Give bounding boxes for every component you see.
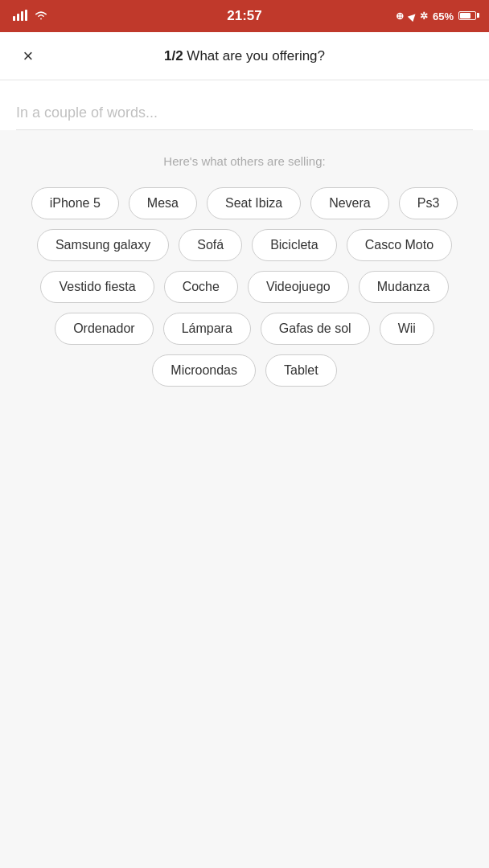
svg-rect-0: [13, 16, 15, 21]
input-section: [0, 80, 489, 130]
battery-percent: 65%: [433, 10, 454, 23]
status-left: [13, 10, 48, 23]
svg-rect-1: [17, 14, 19, 21]
tag-item[interactable]: Gafas de sol: [261, 313, 370, 345]
tags-container: iPhone 5MesaSeat IbizaNeveraPs3Samsung g…: [13, 187, 476, 387]
status-bar: 21:57 ⊕ ▶ ✲ 65%: [0, 0, 489, 32]
status-right: ⊕ ▶ ✲ 65%: [396, 10, 476, 23]
tag-item[interactable]: iPhone 5: [31, 187, 119, 219]
tag-item[interactable]: Wii: [380, 313, 434, 345]
header: × 1/2 What are you offering?: [0, 32, 489, 80]
tag-item[interactable]: Bicicleta: [252, 229, 337, 261]
tag-item[interactable]: Mesa: [129, 187, 197, 219]
bluetooth-icon: ✲: [420, 10, 428, 22]
suggestions-label: Here's what others are selling:: [13, 154, 476, 168]
step-indicator: 1/2: [164, 48, 183, 63]
battery-icon: [458, 10, 476, 23]
tag-item[interactable]: Seat Ibiza: [207, 187, 301, 219]
signal-icon: [13, 10, 27, 23]
tag-item[interactable]: Microondas: [152, 354, 256, 387]
tag-item[interactable]: Vestido fiesta: [40, 271, 154, 303]
tag-item[interactable]: Samsung galaxy: [37, 229, 169, 261]
tag-item[interactable]: Ordenador: [55, 313, 154, 345]
offering-input[interactable]: [16, 96, 473, 129]
tag-item[interactable]: Coche: [164, 271, 238, 303]
tag-item[interactable]: Lámpara: [163, 313, 251, 345]
status-time: 21:57: [227, 8, 261, 24]
tag-item[interactable]: Casco Moto: [347, 229, 452, 261]
nav-icon: ▶: [406, 10, 418, 23]
header-title: 1/2 What are you offering?: [40, 48, 449, 64]
header-text: What are you offering?: [187, 48, 325, 63]
suggestions-section: Here's what others are selling: iPhone 5…: [0, 130, 489, 403]
tag-item[interactable]: Ps3: [399, 187, 458, 219]
tag-item[interactable]: Tablet: [265, 354, 337, 387]
lock-icon: ⊕: [396, 10, 404, 22]
tag-item[interactable]: Sofá: [179, 229, 242, 261]
tag-item[interactable]: Nevera: [310, 187, 389, 219]
svg-rect-2: [21, 11, 23, 21]
svg-rect-3: [25, 10, 27, 21]
close-button[interactable]: ×: [16, 44, 40, 68]
tag-item[interactable]: Mudanza: [359, 271, 449, 303]
wifi-icon: [34, 10, 48, 23]
tag-item[interactable]: Videojuego: [248, 271, 349, 303]
